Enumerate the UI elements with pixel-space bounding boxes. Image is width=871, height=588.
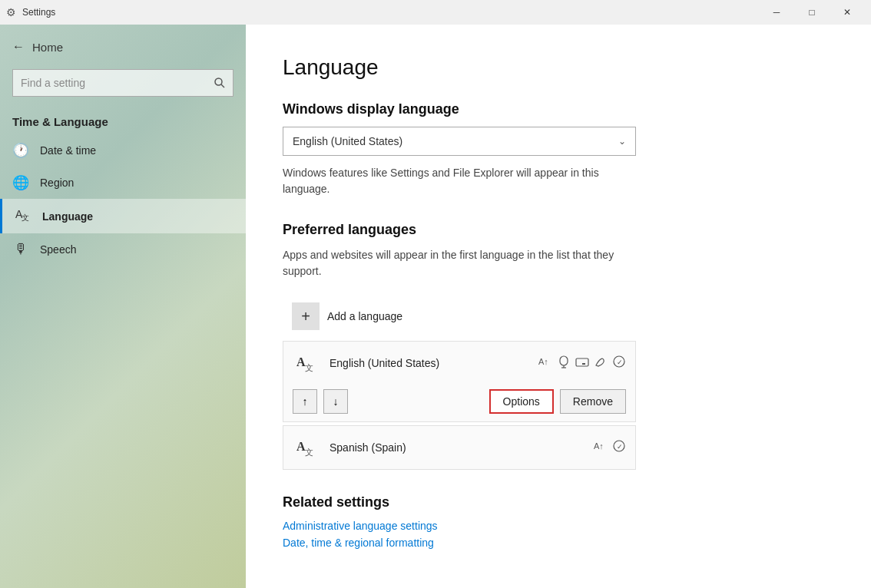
display-language-dropdown[interactable]: English (United States) ⌄ [283, 127, 636, 156]
svg-rect-7 [560, 356, 568, 365]
admin-language-link[interactable]: Administrative language settings [283, 520, 834, 532]
spanish-optional-icon: ✓ [612, 439, 626, 456]
options-button[interactable]: Options [489, 389, 554, 414]
sidebar-item-language[interactable]: A 文 Language [0, 199, 246, 233]
preferred-lang-section-title: Preferred languages [283, 222, 834, 238]
svg-text:文: 文 [22, 213, 29, 222]
svg-rect-10 [576, 358, 588, 366]
maximize-button[interactable]: □ [794, 0, 830, 25]
back-home-button[interactable]: ← Home [0, 31, 246, 63]
svg-text:✓: ✓ [617, 443, 623, 451]
add-language-button[interactable]: + Add a language [283, 295, 636, 338]
keyboard-cap-icon [575, 355, 589, 372]
english-lang-actions: ↑ ↓ Options Remove [283, 385, 635, 421]
related-settings-title: Related settings [283, 494, 834, 510]
language-item-spanish: A 文 Spanish (Spain) A↑ ✓ [283, 425, 636, 470]
page-title: Language [283, 55, 834, 80]
nav-label-speech: Speech [40, 243, 76, 256]
sidebar-item-date-time[interactable]: 🕐 Date & time [0, 134, 246, 167]
window-controls: ─ □ ✕ [759, 0, 865, 25]
svg-text:文: 文 [305, 448, 313, 457]
handwriting-cap-icon [594, 355, 608, 372]
datetime-regional-link[interactable]: Date, time & regional formatting [283, 537, 834, 549]
title-bar-title: Settings [22, 7, 55, 18]
main-content: Language Windows display language Englis… [246, 25, 871, 588]
svg-line-1 [221, 84, 224, 88]
add-plus-icon: + [292, 302, 320, 330]
svg-text:A↑: A↑ [538, 357, 548, 366]
sidebar-item-speech[interactable]: 🎙 Speech [0, 233, 246, 265]
sidebar-section-title: Time & Language [0, 109, 246, 131]
nav-label-date-time: Date & time [40, 144, 96, 157]
minimize-button[interactable]: ─ [759, 0, 794, 25]
nav-label-language: Language [42, 210, 93, 223]
language-item-english-top: A 文 English (United States) A↑ [283, 342, 635, 385]
language-item-spanish-top: A 文 Spanish (Spain) A↑ ✓ [283, 426, 635, 469]
clock-icon: 🕐 [12, 142, 29, 159]
chevron-down-icon: ⌄ [618, 136, 626, 147]
remove-button[interactable]: Remove [560, 389, 626, 414]
spanish-lang-name: Spanish (Spain) [330, 441, 585, 454]
close-button[interactable]: ✕ [830, 0, 865, 25]
globe-icon: 🌐 [12, 174, 29, 191]
search-input[interactable] [12, 69, 233, 97]
language-icon: A 文 [15, 206, 31, 226]
spanish-lang-icon: A 文 [293, 434, 320, 461]
search-container [12, 69, 233, 97]
spanish-capabilities: A↑ ✓ [594, 439, 626, 456]
settings-app-icon: ⚙ [6, 6, 16, 18]
microphone-icon: 🎙 [12, 241, 29, 257]
english-lang-name: English (United States) [330, 357, 529, 369]
optional-cap-icon: ✓ [612, 355, 626, 372]
preferred-lang-description: Apps and websites will appear in the fir… [283, 247, 636, 279]
language-item-english: A 文 English (United States) A↑ [283, 341, 636, 422]
display-lang-cap-icon: A↑ [538, 355, 552, 372]
svg-text:文: 文 [305, 363, 313, 372]
app-body: ← Home Time & Language 🕐 Date & time 🌐 R… [0, 25, 871, 588]
move-down-button[interactable]: ↓ [323, 389, 348, 414]
svg-text:✓: ✓ [617, 358, 623, 366]
display-lang-section-title: Windows display language [283, 101, 834, 117]
nav-label-region: Region [40, 177, 74, 189]
display-lang-description: Windows features like Settings and File … [283, 165, 636, 197]
search-icon [214, 78, 225, 88]
english-capabilities: A↑ ✓ [538, 355, 626, 372]
back-arrow-icon: ← [12, 40, 25, 54]
english-lang-icon: A 文 [293, 349, 320, 377]
svg-text:A↑: A↑ [594, 441, 604, 451]
speech-cap-icon [557, 355, 571, 372]
search-button[interactable] [206, 69, 233, 97]
sidebar-item-region[interactable]: 🌐 Region [0, 167, 246, 199]
sidebar-nav: 🕐 Date & time 🌐 Region A 文 Language 🎙 Sp… [0, 134, 246, 265]
add-language-label: Add a language [327, 310, 402, 322]
dropdown-value: English (United States) [293, 135, 402, 147]
title-bar: ⚙ Settings ─ □ ✕ [0, 0, 871, 25]
svg-point-0 [215, 78, 222, 85]
spanish-display-icon: A↑ [594, 439, 608, 456]
home-label: Home [32, 41, 63, 54]
move-up-button[interactable]: ↑ [293, 389, 317, 414]
sidebar: ← Home Time & Language 🕐 Date & time 🌐 R… [0, 25, 246, 588]
